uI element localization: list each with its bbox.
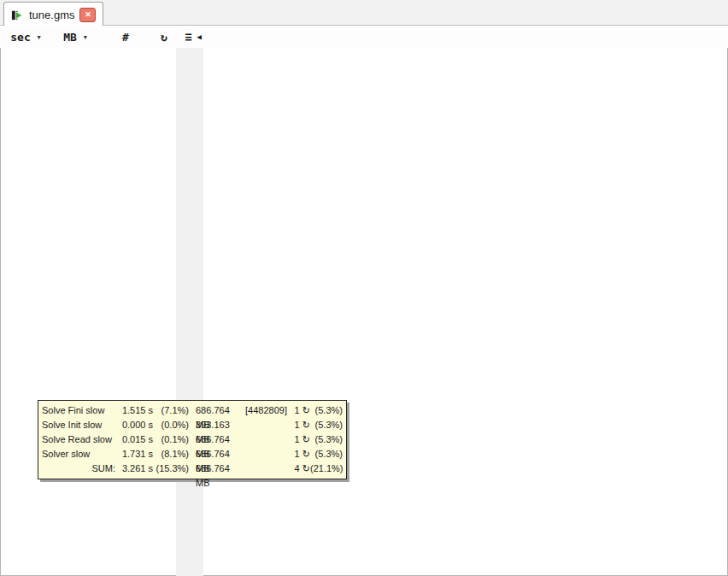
tooltip-cyc: 1 ↻ [288,432,310,447]
tooltip-pct: (7.1%) [153,403,189,418]
line-number-gutter-background [176,48,203,576]
tooltip-br: [4482809] [245,403,288,418]
gams-studio-window: tune.gms ✕ sec ▼ MB ▼ # ↻ ≡ ◀ Solve Fini… [0,0,728,576]
tooltip-time: 0.015 s [115,432,153,447]
tooltip-label: Solve Init slow [42,418,115,432]
tab-title: tune.gms [29,9,74,21]
tooltip-mem: 393.163 MB [189,418,245,432]
gms-file-icon [11,9,24,21]
tab-bar: tune.gms ✕ [0,0,728,26]
column-header-count[interactable]: # [99,31,152,44]
profile-tooltip-rows: Solve Fini slow1.515 s(7.1%)686.764 MB[4… [42,403,343,476]
menu-icon[interactable]: ≡ [183,30,193,44]
tooltip-cpct: (5.3%) [310,447,343,461]
refresh-icon[interactable]: ↻ [156,31,173,44]
tooltip-mem: 686.764 MB [189,447,245,461]
tooltip-cyc: 1 ↻ [288,403,310,418]
tooltip-label: Solve Read slow [42,432,115,447]
tooltip-cpct: (21.1%) [310,461,343,476]
tab-tune-gms[interactable]: tune.gms ✕ [3,2,103,26]
tooltip-time: 1.515 s [115,403,153,418]
column-header-mb[interactable]: MB ▼ [53,31,97,44]
tooltip-pct: (0.1%) [153,432,189,447]
profile-tooltip: Solve Fini slow1.515 s(7.1%)686.764 MB[4… [38,400,347,479]
sort-arrow-icon[interactable]: ▼ [84,34,87,41]
tooltip-cyc: 1 ↻ [288,418,310,432]
tooltip-pct: (15.3%) [153,461,189,476]
tooltip-pct: (8.1%) [153,447,189,461]
tooltip-cpct: (5.3%) [310,418,343,432]
tab-close-icon[interactable]: ✕ [79,8,96,22]
tooltip-time: 3.261 s [115,461,153,476]
tooltip-mem: 686.764 MB [189,432,245,447]
tooltip-row: Solver slow1.731 s(8.1%)686.764 MB1 ↻(5.… [42,447,343,461]
tooltip-cpct: (5.3%) [310,403,343,418]
tooltip-mem: 686.764 MB [189,403,245,418]
profiler-header: sec ▼ MB ▼ # ↻ ≡ ◀ [0,26,728,48]
collapse-panel-icon[interactable]: ◀ [197,32,202,41]
tooltip-br [245,432,288,447]
column-header-sec[interactable]: sec ▼ [3,31,48,44]
tooltip-label: Solve Fini slow [42,403,115,418]
tooltip-row: Solve Init slow0.000 s(0.0%)393.163 MB1 … [42,418,343,432]
tooltip-time: 1.731 s [115,447,153,461]
tooltip-time: 0.000 s [115,418,153,432]
tooltip-row: Solve Read slow0.015 s(0.1%)686.764 MB1 … [42,432,343,447]
tooltip-label: SUM: [42,461,115,476]
tooltip-label: Solver slow [42,447,115,461]
tooltip-pct: (0.0%) [153,418,189,432]
tooltip-br [245,418,288,432]
tooltip-br [245,447,288,461]
tooltip-cyc: 4 ↻ [288,461,310,476]
tooltip-cyc: 1 ↻ [288,447,310,461]
tooltip-sum-row: SUM:3.261 s(15.3%)686.764 MB4 ↻(21.1%) [42,461,343,476]
tooltip-br [245,461,288,476]
tooltip-row: Solve Fini slow1.515 s(7.1%)686.764 MB[4… [42,403,343,418]
tooltip-cpct: (5.3%) [310,432,343,447]
tooltip-mem: 686.764 MB [189,461,245,476]
sort-arrow-icon[interactable]: ▼ [38,34,41,41]
profiler-header-tools: ≡ ◀ [173,30,203,44]
